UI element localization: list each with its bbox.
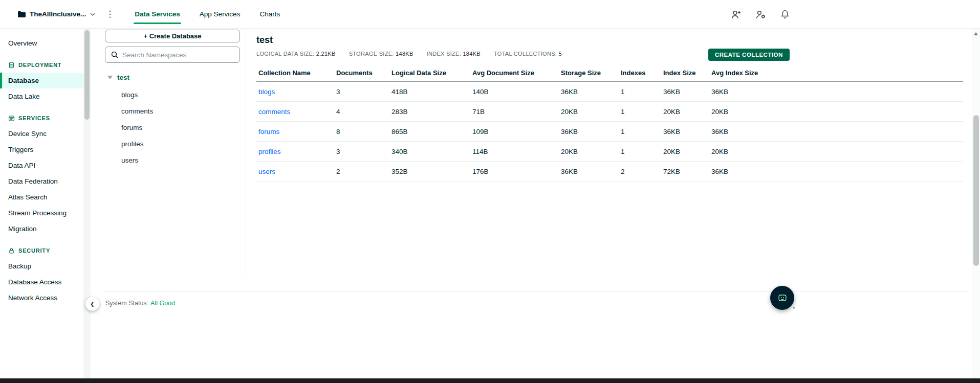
collection-tree-item-users[interactable]: users [105, 152, 240, 168]
cell-indexes: 1 [619, 122, 661, 142]
database-stats: LOGICAL DATA SIZE: 2.21KBSTORAGE SIZE: 1… [256, 51, 963, 57]
invite-user-icon [731, 9, 742, 20]
org-chevron-down-icon[interactable] [90, 13, 95, 16]
database-title: test [256, 34, 963, 47]
caret-down-icon[interactable] [107, 76, 113, 79]
cell-collection-name: users [256, 162, 334, 182]
tab-app-services[interactable]: App Services [192, 0, 248, 28]
cell-logical-data-size: 352B [389, 162, 470, 182]
table-row: blogs3418B140B36KB136KB36KB [256, 82, 963, 102]
cell-collection-name: profiles [256, 142, 334, 162]
cell-storage-size: 36KB [559, 122, 619, 142]
tab-charts[interactable]: Charts [252, 0, 287, 28]
create-database-button[interactable]: + Create Database [105, 30, 240, 42]
cell-avg-index-size: 20KB [709, 142, 963, 162]
namespace-search-input[interactable] [122, 51, 234, 59]
cell-documents: 2 [334, 162, 389, 182]
deployment-icon [8, 62, 15, 69]
column-header-documents: Documents [334, 66, 389, 82]
column-header-logical-data-size: Logical Data Size [389, 66, 470, 82]
cell-avg-document-size: 114B [470, 142, 559, 162]
stat-index-size: INDEX SIZE: 184KB [427, 51, 481, 57]
status-bar: System Status:All Good [105, 291, 968, 307]
sidebar-item-atlas-search[interactable]: Atlas Search [0, 189, 83, 205]
chevron-left-icon: ❮ [90, 301, 94, 307]
cell-indexes: 1 [619, 142, 661, 162]
sidebar-scrollbar-thumb[interactable] [84, 30, 90, 120]
sidebar-item-database-access[interactable]: Database Access [0, 274, 83, 290]
cell-documents: 4 [334, 102, 389, 122]
column-header-storage-size: Storage Size [559, 66, 619, 82]
page-scrollbar[interactable] [972, 29, 980, 383]
collection-link-forums[interactable]: forums [258, 128, 279, 136]
cell-index-size: 72KB [661, 162, 709, 182]
column-header-collection-name: Collection Name [256, 66, 334, 82]
stat-total-collections: TOTAL COLLECTIONS: 5 [494, 51, 562, 57]
topnav-tabs: Data ServicesApp ServicesCharts [127, 0, 287, 28]
org-menu-kebab-icon[interactable]: ⋮ [105, 10, 114, 18]
namespace-tree: test blogscommentsforumsprofilesusers [105, 71, 240, 168]
scroll-up-icon[interactable] [974, 32, 978, 35]
cell-index-size: 36KB [661, 122, 709, 142]
sidebar-item-overview[interactable]: Overview [0, 35, 83, 51]
collection-link-comments[interactable]: comments [258, 108, 290, 116]
cell-indexes: 1 [619, 102, 661, 122]
sidebar-section-label: DEPLOYMENT [18, 62, 61, 68]
cell-collection-name: comments [256, 102, 334, 122]
cell-logical-data-size: 418B [389, 82, 470, 102]
search-icon [111, 51, 118, 58]
database-name: test [117, 74, 129, 81]
cell-collection-name: forums [256, 122, 334, 142]
notifications-button[interactable] [780, 9, 790, 19]
sidebar-item-device-sync[interactable]: Device Sync [0, 126, 83, 142]
collection-tree-item-blogs[interactable]: blogs [105, 86, 240, 103]
collection-tree-item-profiles[interactable]: profiles [105, 136, 240, 152]
stat-label: TOTAL COLLECTIONS: [494, 51, 557, 57]
user-settings-button[interactable] [755, 9, 766, 20]
sidebar-item-data-federation[interactable]: Data Federation [0, 173, 83, 189]
folder-icon [17, 11, 26, 18]
collection-link-profiles[interactable]: profiles [258, 148, 281, 155]
sidebar-item-stream-processing[interactable]: Stream Processing [0, 205, 83, 221]
table-row: forums8865B109B36KB136KB36KB [256, 122, 963, 142]
invite-user-button[interactable] [731, 9, 742, 20]
chat-widget-button[interactable] [770, 286, 794, 310]
collection-link-blogs[interactable]: blogs [258, 88, 275, 96]
sidebar-item-data-api[interactable]: Data API [0, 157, 83, 173]
security-icon [8, 247, 15, 254]
column-header-index-size: Index Size [661, 66, 709, 82]
sidebar-item-network-access[interactable]: Network Access [0, 290, 83, 306]
cell-index-size: 20KB [661, 102, 709, 122]
cell-documents: 3 [334, 142, 389, 162]
sidebar-item-migration[interactable]: Migration [0, 221, 83, 237]
sidebar-item-data-lake[interactable]: Data Lake [0, 88, 83, 104]
database-tree-item[interactable]: test [105, 71, 240, 83]
cell-indexes: 1 [619, 82, 661, 102]
user-settings-icon [755, 9, 766, 20]
status-label: System Status: [105, 300, 148, 307]
cell-avg-index-size: 36KB [709, 82, 963, 102]
org-name: TheAllInclusive... [30, 10, 86, 18]
table-header-row: Collection NameDocumentsLogical Data Siz… [256, 66, 963, 82]
create-collection-button[interactable]: CREATE COLLECTION [708, 49, 790, 61]
namespace-collections: blogscommentsforumsprofilesusers [105, 86, 240, 168]
top-navbar: TheAllInclusive... ⋮ Data ServicesApp Se… [0, 0, 980, 29]
sidebar-item-backup[interactable]: Backup [0, 258, 83, 274]
collection-tree-item-forums[interactable]: forums [105, 119, 240, 136]
sidebar-collapse-button[interactable]: ❮ [85, 297, 99, 311]
org-picker[interactable]: TheAllInclusive... [17, 10, 95, 18]
table-row: comments4283B71B20KB120KB20KB [256, 102, 963, 122]
sidebar-item-database[interactable]: Database [0, 73, 83, 88]
cell-index-size: 36KB [661, 82, 709, 102]
cell-indexes: 2 [619, 162, 661, 182]
sidebar-scrollbar[interactable] [83, 29, 91, 378]
chat-menu-caret-icon[interactable]: ▾ [793, 305, 795, 310]
column-header-avg-index-size: Avg Index Size [709, 66, 963, 82]
stat-label: INDEX SIZE: [427, 51, 461, 57]
tab-data-services[interactable]: Data Services [127, 0, 187, 28]
namespace-search [105, 47, 240, 63]
sidebar-item-triggers[interactable]: Triggers [0, 142, 83, 157]
collection-tree-item-comments[interactable]: comments [105, 103, 240, 119]
collection-link-users[interactable]: users [258, 168, 275, 175]
page-scrollbar-thumb[interactable] [973, 115, 979, 266]
